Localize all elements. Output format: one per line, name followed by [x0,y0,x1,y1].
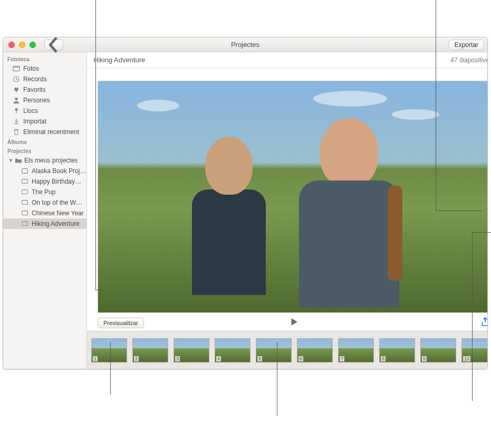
sidebar-item-memories[interactable]: Records [3,74,86,84]
thumbnail-number: 5 [257,356,262,361]
thumbnail-number: 9 [422,356,427,361]
project-meta: 47 diapositives · 3:49m [450,56,487,64]
sidebar-item-label: On top of the W… [32,199,82,206]
thumbnail[interactable]: 9 [420,338,456,363]
photos-icon [13,65,20,72]
slideshow-icon [21,199,28,206]
sidebar-section-albums: Àlbums [3,137,86,146]
thumbnail-number: 8 [381,356,386,361]
traffic-lights [8,42,36,48]
project-header: Hiking Adventure 47 diapositives · 3:49m [87,52,487,68]
sidebar-project-item[interactable]: The Pup [3,187,86,197]
thumbnail[interactable]: 8 [379,338,415,363]
sidebar-item-label: Importat [23,118,46,125]
thumbnail-strip[interactable]: 1 2 3 4 5 6 7 8 9 10 [87,331,487,369]
sidebar-item-label: Eliminat recentment [23,128,79,136]
thumbnail[interactable]: 10 [461,338,487,363]
slideshow-icon [21,220,28,227]
svg-rect-11 [22,222,28,226]
slideshow-icon [21,188,28,196]
sidebar-item-people[interactable]: Persones [3,95,86,106]
sidebar-item-label: Els meus projectes [24,157,78,164]
folder-icon [15,157,22,164]
svg-rect-8 [22,190,28,194]
sidebar-project-item[interactable]: Alaska Book Proj… [3,166,86,176]
download-icon [13,118,20,125]
sidebar-item-favorites[interactable]: Favorits [3,84,86,95]
thumbnail-number: 10 [463,356,470,361]
person-icon [13,97,20,104]
sidebar-section-library: Fototeca [3,54,86,63]
sidebar-item-label: Hiking Adventure [32,220,80,227]
slideshow-icon [21,178,28,185]
sidebar-folder-my-projects[interactable]: ▼ Els meus projectes [3,155,86,166]
book-icon [21,167,28,175]
play-button[interactable] [289,317,299,329]
sidebar-item-label: Happy Birthday… [32,178,81,185]
project-title: Hiking Adventure [93,56,145,64]
sidebar-item-label: Fotos [23,65,39,72]
pin-icon [13,107,20,115]
svg-rect-9 [22,201,28,205]
thumbnail[interactable]: 3 [174,338,209,363]
thumbnail[interactable]: 4 [215,338,251,363]
svg-rect-1 [13,66,20,68]
sidebar-item-label: Llocs [23,107,38,115]
sidebar-item-places[interactable]: Llocs [3,106,86,116]
slideshow-icon [21,209,28,217]
thumbnail[interactable]: 5 [256,338,292,363]
app-window: Projectes Exportar Fototeca Fotos Record… [3,37,488,369]
thumbnail-number: 1 [93,356,98,361]
minimize-window-button[interactable] [19,42,25,48]
back-button[interactable] [44,40,63,50]
thumbnail[interactable]: 7 [338,338,374,363]
share-button[interactable] [480,317,487,329]
sidebar-item-label: Alaska Book Proj… [32,167,86,175]
preview-button[interactable]: Previsualitzar [98,318,144,328]
chevron-left-icon [45,37,63,54]
sidebar-item-photos[interactable]: Fotos [3,63,86,74]
sidebar-item-label: Chinese New Year [32,209,84,217]
thumbnail[interactable]: 1 [91,338,127,363]
thumbnail-number: 3 [175,356,180,361]
sidebar-project-item[interactable]: Chinese New Year [3,208,86,218]
share-icon [480,317,487,327]
main-pane: Hiking Adventure 47 diapositives · 3:49m [87,52,487,369]
clock-icon [13,75,20,83]
svg-rect-6 [22,169,28,174]
sidebar-item-label: Persones [23,97,50,104]
preview-controls: Previsualitzar [87,315,487,331]
sidebar-section-projects: Projectes [3,146,86,155]
close-window-button[interactable] [8,42,15,48]
sidebar-item-recently-deleted[interactable]: Eliminat recentment [3,127,86,137]
thumbnail-number: 7 [340,356,344,361]
slide-preview-image[interactable] [98,81,487,313]
sidebar-item-label: The Pup [32,188,55,196]
thumbnail[interactable]: 2 [132,338,168,363]
trash-icon [13,128,20,136]
window-title: Projectes [3,41,487,49]
play-icon [289,317,299,327]
thumbnail[interactable]: 6 [297,338,333,363]
thumbnail-number: 2 [134,356,139,361]
slide-stage: Previsualitzar [87,68,487,331]
window-titlebar: Projectes Exportar [3,37,487,52]
sidebar-item-label: Favorits [23,86,46,93]
thumbnail-number: 6 [299,356,303,361]
sidebar-item-label: Records [23,75,47,83]
svg-point-3 [15,98,17,100]
sidebar-item-imports[interactable]: Importat [3,116,86,127]
thumbnail-number: 4 [216,356,221,361]
svg-rect-5 [16,110,16,113]
zoom-window-button[interactable] [30,42,36,48]
sidebar-project-item[interactable]: Happy Birthday… [3,176,86,187]
sidebar-project-item[interactable]: On top of the W… [3,197,86,208]
export-button[interactable]: Exportar [449,40,484,50]
svg-rect-10 [22,211,28,215]
disclosure-triangle-icon: ▼ [8,158,13,163]
svg-rect-7 [22,179,28,184]
heart-icon [13,86,20,93]
sidebar: Fototeca Fotos Records Favorits Persones… [3,52,87,369]
sidebar-project-item-selected[interactable]: Hiking Adventure [3,218,86,229]
